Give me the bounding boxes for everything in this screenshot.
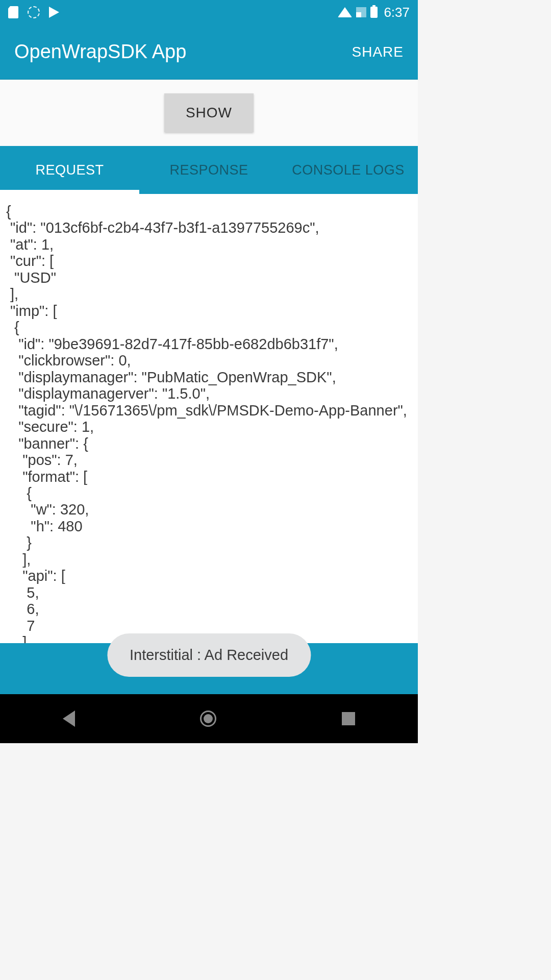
sd-card-icon [8, 6, 18, 18]
tab-request[interactable]: REQUEST [0, 146, 139, 194]
wifi-icon [338, 7, 352, 17]
nav-recent-icon[interactable] [342, 712, 355, 725]
tab-response[interactable]: RESPONSE [139, 146, 279, 194]
tab-console-logs-label: CONSOLE LOGS [292, 162, 405, 178]
tab-request-label: REQUEST [35, 162, 104, 178]
navigation-bar [0, 694, 418, 743]
content-area[interactable]: { "id": "013cf6bf-c2b4-43f7-b3f1-a139775… [0, 194, 418, 643]
status-time: 6:37 [384, 5, 410, 20]
cellular-signal-icon [356, 7, 366, 17]
toast-message: Interstitial : Ad Received [107, 633, 311, 677]
app-title: OpenWrapSDK App [14, 41, 186, 63]
status-left-icons [8, 6, 59, 18]
status-right-icons: 6:37 [338, 5, 410, 20]
tabs-container: REQUEST RESPONSE CONSOLE LOGS [0, 146, 418, 194]
request-json-content: { "id": "013cf6bf-c2b4-43f7-b3f1-a139775… [6, 203, 412, 643]
battery-icon [370, 7, 378, 18]
status-bar: 6:37 [0, 0, 418, 24]
play-store-icon [49, 7, 59, 18]
tab-console-logs[interactable]: CONSOLE LOGS [279, 146, 418, 194]
show-button[interactable]: SHOW [164, 93, 254, 132]
tab-response-label: RESPONSE [169, 162, 248, 178]
nav-home-icon[interactable] [200, 710, 216, 727]
share-button[interactable]: SHARE [352, 44, 404, 60]
sync-icon [28, 6, 40, 18]
nav-back-icon[interactable] [63, 710, 75, 727]
show-section: SHOW [0, 80, 418, 146]
app-bar: OpenWrapSDK App SHARE [0, 24, 418, 80]
